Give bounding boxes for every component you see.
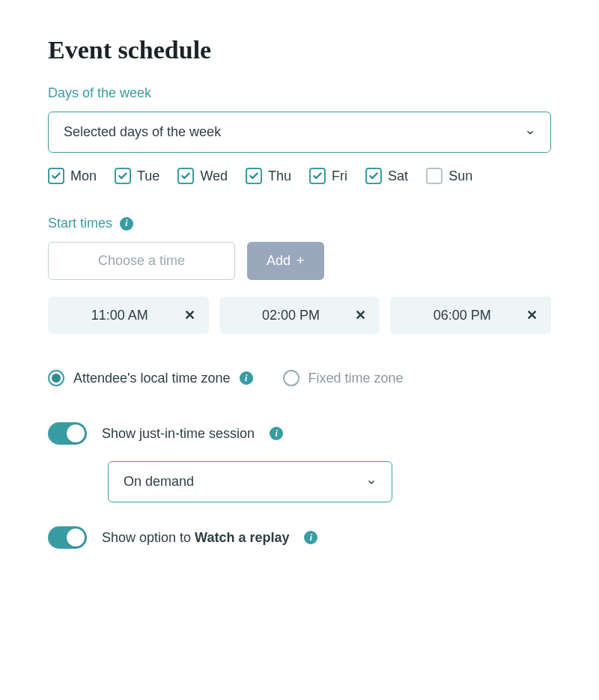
- jit-mode-select[interactable]: On demand: [108, 461, 392, 502]
- time-chip: 11:00 AM✕: [48, 296, 209, 334]
- time-chip: 02:00 PM✕: [219, 296, 380, 334]
- toggle-just-in-time[interactable]: [48, 422, 87, 445]
- radio-icon: [283, 370, 300, 386]
- page-title: Event schedule: [48, 36, 551, 64]
- days-of-week-select-value: Selected days of the week: [64, 124, 221, 140]
- time-chip-label: 11:00 AM: [61, 308, 178, 323]
- day-checkbox-tue[interactable]: Tue: [115, 168, 159, 184]
- checkbox-checked-icon: [365, 168, 382, 184]
- day-label: Tue: [137, 168, 159, 184]
- day-label: Mon: [70, 168, 97, 184]
- info-icon[interactable]: i: [270, 427, 283, 440]
- day-checkbox-mon[interactable]: Mon: [48, 168, 97, 184]
- day-checkbox-fri[interactable]: Fri: [309, 168, 347, 184]
- time-chip-label: 06:00 PM: [404, 308, 520, 323]
- jit-mode-value: On demand: [124, 474, 194, 490]
- day-label: Fri: [332, 168, 347, 184]
- checkbox-unchecked-icon: [426, 168, 443, 184]
- day-checkbox-thu[interactable]: Thu: [246, 168, 291, 184]
- checkbox-checked-icon: [246, 168, 262, 184]
- radio-fixed-timezone[interactable]: Fixed time zone: [283, 370, 404, 386]
- day-checkbox-sun[interactable]: Sun: [426, 168, 472, 184]
- choose-time-input[interactable]: Choose a time: [48, 242, 235, 280]
- remove-time-icon[interactable]: ✕: [355, 307, 366, 323]
- day-label: Wed: [200, 168, 228, 184]
- day-label: Sat: [388, 168, 408, 184]
- day-checkbox-sat[interactable]: Sat: [365, 168, 408, 184]
- info-icon[interactable]: i: [240, 371, 253, 385]
- days-of-week-label: Days of the week: [48, 85, 551, 101]
- toggle-watch-replay[interactable]: [48, 526, 87, 549]
- radio-local-timezone[interactable]: Attendee's local time zone i: [48, 370, 253, 386]
- start-times-label: Start times i: [48, 216, 551, 231]
- checkbox-checked-icon: [115, 168, 131, 184]
- info-icon[interactable]: i: [304, 531, 317, 544]
- toggle-watch-replay-label: Show option to Watch a replay: [102, 530, 289, 546]
- checkbox-checked-icon: [177, 168, 194, 184]
- day-label: Sun: [449, 168, 472, 184]
- radio-icon: [48, 370, 64, 386]
- remove-time-icon[interactable]: ✕: [184, 307, 195, 323]
- chevron-down-icon: [525, 127, 535, 138]
- info-icon[interactable]: i: [120, 217, 133, 231]
- time-chip: 06:00 PM✕: [390, 296, 551, 334]
- time-chip-label: 02:00 PM: [233, 308, 350, 323]
- day-checkbox-wed[interactable]: Wed: [177, 168, 228, 184]
- add-time-button[interactable]: Add +: [247, 242, 324, 280]
- checkbox-checked-icon: [48, 168, 64, 184]
- remove-time-icon[interactable]: ✕: [526, 307, 538, 323]
- plus-icon: +: [297, 253, 305, 269]
- chevron-down-icon: [366, 477, 377, 487]
- day-label: Thu: [268, 168, 291, 184]
- checkbox-checked-icon: [309, 168, 326, 184]
- toggle-just-in-time-label: Show just-in-time session: [102, 426, 255, 442]
- days-of-week-select[interactable]: Selected days of the week: [48, 112, 551, 153]
